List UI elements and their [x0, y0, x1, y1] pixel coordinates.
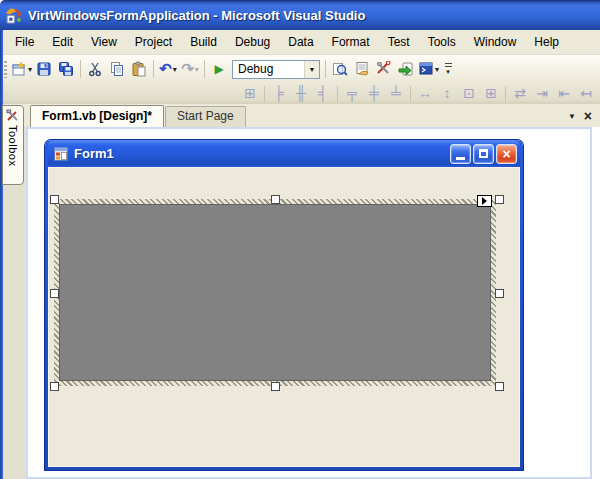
redo-dropdown-icon[interactable]: ▾ [195, 65, 199, 74]
command-window-button[interactable]: ▾ [417, 58, 440, 80]
toolbox-button[interactable] [373, 58, 395, 80]
menu-item[interactable]: Build [181, 32, 226, 52]
align-lefts-icon[interactable]: ╞ [268, 84, 290, 104]
solution-configurations-combo[interactable]: Debug ▼ [232, 60, 320, 79]
document-tabstrip: Form1.vb [Design]* Start Page ▼ × [0, 104, 600, 127]
undo-button[interactable]: ↶ ▾ [157, 58, 179, 80]
form-maximize-button[interactable] [473, 144, 494, 164]
separator [337, 86, 338, 102]
standard-toolbar: ▾ [0, 56, 600, 82]
close-document-icon[interactable]: × [584, 110, 592, 122]
resize-handle-top-center[interactable] [271, 195, 280, 204]
menu-item[interactable]: Tools [419, 32, 465, 52]
decrease-horizontal-spacing-icon[interactable]: ⇤ [553, 84, 575, 104]
window-titlebar: VirtWindowsFormApplication - Microsoft V… [0, 0, 600, 30]
add-new-item-icon [11, 61, 27, 77]
save-all-button[interactable] [55, 58, 77, 80]
menu-item[interactable]: Data [279, 32, 322, 52]
find-in-files-button[interactable] [329, 58, 351, 80]
align-middles-icon[interactable]: ╪ [363, 84, 385, 104]
redo-icon: ↷ [181, 61, 194, 77]
toolbar-separator [325, 60, 326, 78]
tab-form1-design[interactable]: Form1.vb [Design]* [30, 105, 164, 127]
resize-handle-middle-right[interactable] [495, 289, 504, 298]
designed-form-title: Form1 [74, 146, 448, 161]
command-window-icon [418, 61, 434, 77]
document-tab-controls: ▼ × [568, 110, 592, 122]
menu-item[interactable]: Window [465, 32, 526, 52]
start-debugging-button[interactable]: ▶ [208, 58, 230, 80]
cut-button[interactable] [84, 58, 106, 80]
layout-toolbar-items: ⊞╞╫╡╤╪╧↔↕⊡⊞⇄⇥⇤↤⇅ [239, 84, 600, 104]
align-tops-icon[interactable]: ╤ [341, 84, 363, 104]
menu-item[interactable]: Edit [43, 32, 82, 52]
remove-horizontal-spacing-icon[interactable]: ↤ [575, 84, 597, 104]
toolbar-options-bar [445, 66, 452, 67]
align-bottoms-icon[interactable]: ╧ [385, 84, 407, 104]
separator [505, 86, 506, 102]
redo-button[interactable]: ↷ ▾ [179, 58, 201, 80]
toolbar-options-button[interactable]: ▾ [442, 58, 454, 80]
undo-icon: ↶ [159, 61, 172, 77]
active-files-dropdown-icon[interactable]: ▼ [568, 112, 576, 121]
toolbar-separator [204, 60, 205, 78]
align-rights-icon[interactable]: ╡ [312, 84, 334, 104]
designed-form-titlebar[interactable]: Form1 × [48, 140, 520, 167]
solution-configurations-value: Debug [233, 62, 304, 76]
selection-border[interactable] [54, 199, 496, 386]
selected-control[interactable] [59, 204, 491, 381]
menu-item[interactable]: Test [379, 32, 419, 52]
save-all-icon [58, 61, 74, 77]
form-minimize-button[interactable] [450, 144, 471, 164]
minimize-icon [456, 157, 465, 160]
close-icon: × [502, 146, 510, 162]
resize-handle-middle-left[interactable] [50, 289, 59, 298]
toolbar-separator [153, 60, 154, 78]
paste-icon [131, 61, 147, 77]
form-close-button[interactable]: × [496, 144, 517, 164]
separator [264, 86, 265, 102]
menu-item[interactable]: File [6, 32, 43, 52]
align-centers-icon[interactable]: ╫ [290, 84, 312, 104]
combo-dropdown-icon[interactable]: ▼ [304, 61, 319, 78]
add-new-item-dropdown-icon[interactable]: ▾ [28, 65, 32, 74]
visual-studio-logo-icon [5, 7, 22, 24]
make-same-height-icon[interactable]: ↕ [436, 84, 458, 104]
menu-item[interactable]: Format [323, 32, 379, 52]
resize-handle-bottom-left[interactable] [50, 382, 59, 391]
resize-handle-top-left[interactable] [50, 195, 59, 204]
toolbar-area: ▾ [0, 55, 600, 104]
menu-item[interactable]: Help [525, 32, 568, 52]
save-icon [36, 61, 52, 77]
resize-handle-top-right[interactable] [495, 195, 504, 204]
add-new-item-button[interactable]: ▾ [10, 58, 33, 80]
toolbar-options-bar [445, 63, 452, 64]
resize-handle-bottom-center[interactable] [271, 382, 280, 391]
save-button[interactable] [33, 58, 55, 80]
smart-tag-arrow-icon [482, 197, 487, 205]
window-title: VirtWindowsFormApplication - Microsoft V… [28, 8, 365, 23]
smart-tag-button[interactable] [477, 195, 492, 207]
increase-horizontal-spacing-icon[interactable]: ⇥ [531, 84, 553, 104]
paste-button[interactable] [128, 58, 150, 80]
menu-item[interactable]: Debug [226, 32, 279, 52]
equal-horizontal-spacing-icon[interactable]: ⇄ [509, 84, 531, 104]
make-same-width-icon[interactable]: ↔ [414, 84, 436, 104]
undo-dropdown-icon[interactable]: ▾ [173, 65, 177, 74]
start-page-navigate-button[interactable] [395, 58, 417, 80]
command-window-dropdown-icon[interactable]: ▾ [435, 65, 439, 74]
make-same-size-icon[interactable]: ⊡ [458, 84, 480, 104]
copy-button[interactable] [106, 58, 128, 80]
menu-item[interactable]: View [82, 32, 126, 52]
properties-window-button[interactable] [351, 58, 373, 80]
toolbox-tab-icon [6, 109, 20, 123]
size-to-grid-icon[interactable]: ⊞ [480, 84, 502, 104]
visual-studio-window: VirtWindowsFormApplication - Microsoft V… [0, 0, 600, 479]
toolbox-autohide-tab[interactable]: Toolbox [2, 105, 24, 185]
resize-handle-bottom-right[interactable] [495, 382, 504, 391]
align-to-grid-icon[interactable]: ⊞ [239, 84, 261, 104]
toolbar-grip[interactable] [4, 61, 7, 78]
menu-item[interactable]: Project [126, 32, 181, 52]
tab-start-page[interactable]: Start Page [165, 106, 246, 127]
find-icon [332, 61, 348, 77]
